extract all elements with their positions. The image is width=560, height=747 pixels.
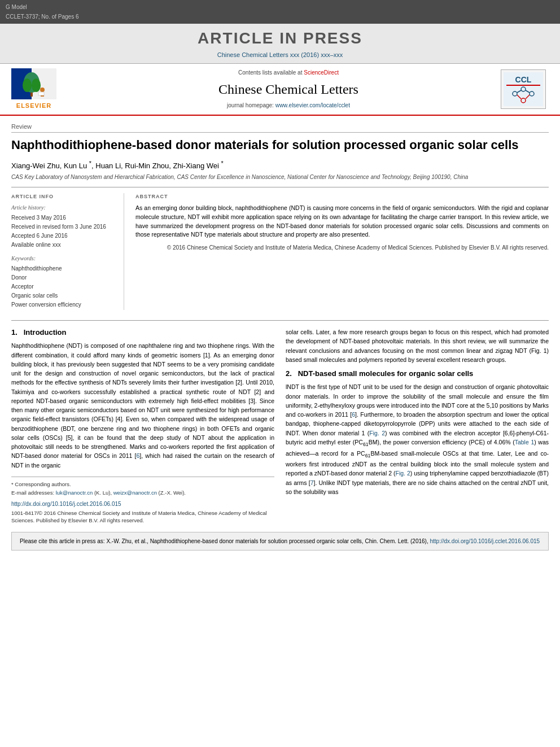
ccl-logo-area: CCL bbox=[498, 68, 549, 110]
abstract-text: As an emerging donor building block, nap… bbox=[135, 204, 549, 239]
received-date: Received 3 May 2016 bbox=[11, 214, 116, 222]
intro-section-title: 1. Introduction bbox=[11, 327, 274, 338]
journal-header-center: Contents lists available at ScienceDirec… bbox=[85, 68, 492, 110]
review-section-label: Review bbox=[11, 123, 549, 133]
svg-point-6 bbox=[40, 88, 45, 92]
email1-link[interactable]: luk@nanoctr.cn bbox=[56, 490, 93, 496]
abstract-heading: ABSTRACT bbox=[135, 193, 549, 200]
available-online: Available online xxx bbox=[11, 241, 116, 249]
ccl-logo-image: CCL bbox=[504, 72, 543, 106]
top-bar: G Model CCLET-3737; No. of Pages 6 bbox=[0, 0, 560, 24]
main-content: Review Naphthodithiophene-based donor ma… bbox=[0, 116, 560, 557]
body-content: 1. Introduction Naphthodithiophene (NDT)… bbox=[11, 320, 549, 524]
right-col-para1: solar cells. Later, a few more research … bbox=[286, 327, 549, 364]
elsevier-brand: ELSEVIER bbox=[11, 68, 56, 110]
article-info-heading: ARTICLE INFO bbox=[11, 193, 116, 200]
svg-rect-11 bbox=[506, 85, 540, 86]
journal-homepage-line: journal homepage: www.elsevier.com/locat… bbox=[227, 102, 350, 110]
citation-text: Please cite this article in press as: X.… bbox=[20, 538, 428, 544]
corresponding-authors-label: * Corresponding authors. bbox=[11, 480, 274, 488]
article-info-col: ARTICLE INFO Article history: Received 3… bbox=[11, 193, 124, 310]
keyword-3: Acceptor bbox=[11, 283, 116, 291]
right-col-para2: lNDT is the first type of NDT unit to be… bbox=[286, 382, 549, 496]
affiliation: CAS Key Laboratory of Nanosystem and Hie… bbox=[11, 173, 549, 181]
keyword-5: Power conversion efficiency bbox=[11, 301, 116, 309]
citation-box: Please cite this article in press as: X.… bbox=[11, 532, 549, 551]
author-wei: Zhi-Xiang Wei * bbox=[173, 161, 224, 170]
doi-url[interactable]: http://dx.doi.org/10.1016/j.cclet.2016.0… bbox=[11, 500, 274, 508]
accepted-date: Accepted 6 June 2016 bbox=[11, 232, 116, 240]
abstract-copyright: © 2016 Chinese Chemical Society and Inst… bbox=[135, 244, 549, 252]
authors-line: Xiang-Wei Zhu, Kun Lu *, Huan Li, Rui-Mi… bbox=[11, 159, 549, 172]
email2-link[interactable]: weizx@nanoctr.cn bbox=[113, 490, 157, 496]
svg-point-5 bbox=[32, 78, 41, 92]
citation-url[interactable]: http://dx.doi.org/10.1016/j.cclet.2016.0… bbox=[430, 538, 540, 544]
svg-text:CCL: CCL bbox=[515, 75, 532, 84]
journal-homepage-url[interactable]: www.elsevier.com/locate/cclet bbox=[275, 102, 350, 108]
article-title: Naphthodithiophene-based donor materials… bbox=[11, 137, 549, 154]
journal-issue-link[interactable]: Chinese Chemical Letters xxx (2016) xxx–… bbox=[217, 51, 343, 58]
keyword-1: Naphthodithiophene bbox=[11, 265, 116, 273]
intro-para1: Naphthodithiophene (NDT) is composed of … bbox=[11, 341, 274, 470]
svg-point-4 bbox=[23, 78, 32, 92]
keyword-2: Donor bbox=[11, 274, 116, 282]
aip-title: ARTICLE IN PRESS bbox=[0, 27, 560, 49]
journal-title: Chinese Chemical Letters bbox=[218, 80, 358, 99]
author-zhu: Xiang-Wei Zhu, bbox=[11, 161, 64, 170]
elsevier-wordmark: ELSEVIER bbox=[16, 102, 51, 110]
journal-header: ELSEVIER Contents lists available at Sci… bbox=[0, 64, 560, 116]
author-lu: Kun Lu *, bbox=[64, 161, 95, 170]
author-zhou: Rui-Min Zhou, bbox=[125, 161, 173, 170]
keywords-label: Keywords: bbox=[11, 255, 116, 263]
history-label: Article history: bbox=[11, 204, 116, 212]
body-right-col: solar cells. Later, a few more research … bbox=[286, 327, 549, 524]
article-in-press-banner: ARTICLE IN PRESS Chinese Chemical Letter… bbox=[0, 24, 560, 64]
elsevier-tree-icon bbox=[11, 68, 56, 99]
section2-title: 2. NDT-based small molecules for organic… bbox=[286, 369, 549, 379]
footnote-area: * Corresponding authors. E-mail addresse… bbox=[11, 477, 274, 497]
keyword-4: Organic solar cells bbox=[11, 292, 116, 300]
body-left-col: 1. Introduction Naphthodithiophene (NDT)… bbox=[11, 327, 274, 524]
sciencedirect-link[interactable]: ScienceDirect bbox=[304, 69, 339, 76]
copyright-bottom: 1001-8417/© 2016 Chinese Chemical Societ… bbox=[11, 509, 274, 525]
elsevier-logo-area: ELSEVIER bbox=[11, 68, 79, 110]
article-info-abstract-section: ARTICLE INFO Article history: Received 3… bbox=[11, 187, 549, 310]
g-model-label: G Model CCLET-3737; No. of Pages 6 bbox=[6, 2, 79, 21]
author-li: Huan Li, bbox=[95, 161, 125, 170]
revised-date: Received in revised form 3 June 2016 bbox=[11, 223, 116, 231]
contents-available-line: Contents lists available at ScienceDirec… bbox=[238, 69, 339, 77]
svg-rect-8 bbox=[38, 92, 44, 95]
email-footnote: E-mail addresses: luk@nanoctr.cn (K. Lu)… bbox=[11, 489, 274, 496]
abstract-col: ABSTRACT As an emerging donor building b… bbox=[135, 193, 549, 310]
ccl-logo: CCL bbox=[501, 69, 546, 109]
